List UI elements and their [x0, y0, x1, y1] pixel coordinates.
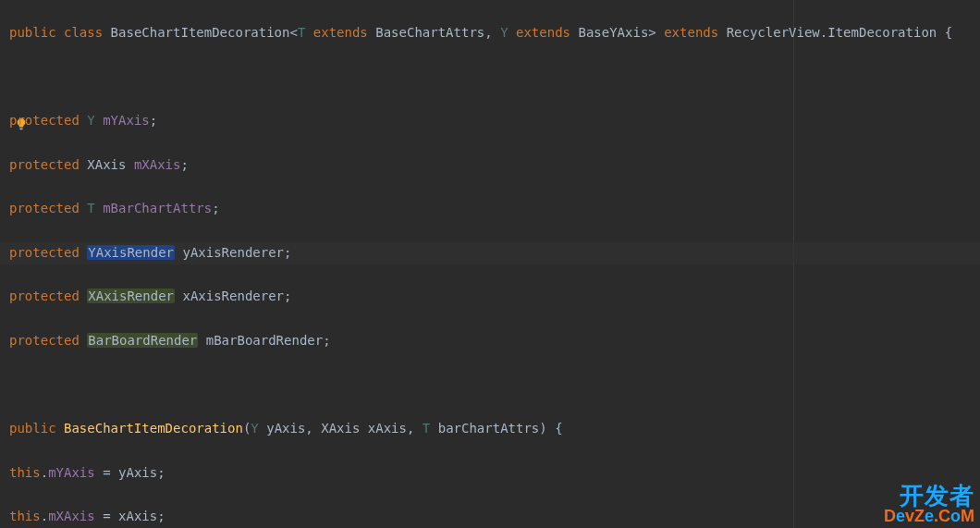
code-line	[0, 375, 980, 397]
code-line: protected XAxisRender xAxisRenderer;	[0, 286, 980, 308]
code-line: protected T mBarChartAttrs;	[0, 198, 980, 220]
code-line	[0, 66, 980, 88]
code-editor[interactable]: public class BaseChartItemDecoration<T e…	[0, 0, 980, 528]
code-line: this.mXAxis = xAxis;	[0, 506, 980, 528]
code-line: protected Y mYAxis;	[0, 110, 980, 132]
code-line: public BaseChartItemDecoration(Y yAxis, …	[0, 418, 980, 440]
code-line: this.mYAxis = yAxis;	[0, 462, 980, 485]
code-line: protected BarBoardRender mBarBoardRender…	[0, 330, 980, 352]
code-line: public class BaseChartItemDecoration<T e…	[0, 22, 980, 44]
code-line: protected XAxis mXAxis;	[0, 154, 980, 177]
code-line: protected YAxisRender yAxisRenderer;	[0, 242, 980, 264]
